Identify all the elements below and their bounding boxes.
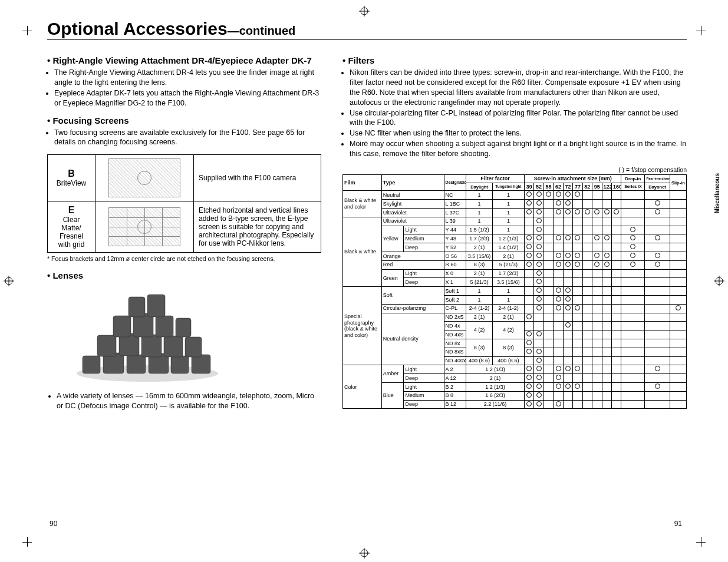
- size-cell: [543, 278, 553, 287]
- bayonet-cell: [645, 209, 670, 217]
- bayonet-cell: [645, 374, 670, 383]
- size-cell: [524, 226, 533, 234]
- size-cell: [554, 217, 563, 226]
- table-row: Black & white and colorNeutralNC11: [343, 191, 687, 200]
- size-cell: [582, 234, 592, 243]
- size-cell: [543, 252, 553, 261]
- size-cell: [543, 383, 553, 392]
- size-cell: [582, 269, 592, 278]
- slipin-cell: [670, 322, 686, 330]
- size-cell: [602, 269, 611, 278]
- size-cell: [534, 252, 543, 261]
- daylight-cell: 5 (21/3): [466, 278, 493, 287]
- film-cell: Color: [343, 365, 382, 409]
- size-cell: [563, 356, 572, 365]
- title-rule: [47, 39, 687, 40]
- size-cell: [602, 400, 611, 409]
- size-cell: [582, 391, 592, 400]
- size-cell: [573, 287, 582, 296]
- size-cell: [554, 348, 563, 356]
- designation-cell: X 0: [444, 269, 466, 278]
- table-row: BlueLightB 21.2 (1/3): [343, 383, 687, 392]
- series-cell: [621, 209, 645, 217]
- series-cell: [621, 304, 645, 313]
- type-cell: Blue: [381, 383, 404, 409]
- size-cell: [563, 278, 572, 287]
- size-cell: [554, 304, 563, 313]
- size-cell: [554, 383, 563, 392]
- size-cell: [612, 374, 621, 383]
- size-cell: [563, 348, 572, 356]
- designation-cell: Y 44: [444, 226, 466, 234]
- size-cell: [534, 191, 543, 200]
- size-cell: [524, 356, 533, 365]
- size-cell: [543, 296, 553, 305]
- bayonet-cell: [645, 365, 670, 374]
- lens-illustration: [71, 285, 224, 385]
- svg-rect-18: [192, 355, 210, 373]
- size-cell: [543, 287, 553, 296]
- size-cell: [563, 209, 572, 217]
- bayonet-cell: [645, 269, 670, 278]
- size-cell: [592, 348, 602, 356]
- designation-cell: Soft 2: [444, 296, 466, 305]
- size-cell: [524, 313, 533, 322]
- film-cell: Black & white: [343, 217, 382, 286]
- size-cell: [582, 209, 592, 217]
- type-cell: Orange: [381, 252, 444, 261]
- th-filter-factor: Filter factor: [466, 174, 525, 183]
- bullet: The Right-Angle Viewing Attachment DR-4 …: [54, 68, 321, 88]
- table-row: YellowLightY 441.5 (1/2)1: [343, 226, 687, 234]
- size-cell: [524, 383, 533, 392]
- table-row: GreenLightX 02 (1)1.7 (2/3): [343, 269, 687, 278]
- section-head-filters: • Filters: [342, 55, 687, 65]
- size-cell: [612, 287, 621, 296]
- size-cell: [612, 252, 621, 261]
- size-cell: [602, 287, 611, 296]
- bullets-filters: Nikon filters can be divided into three …: [342, 68, 687, 159]
- tungsten-cell: 8 (3): [492, 339, 524, 357]
- slipin-cell: [670, 191, 686, 200]
- screen-b-diagram: [95, 155, 194, 201]
- subtype-cell: Deep: [404, 400, 444, 409]
- series-cell: [621, 322, 645, 330]
- designation-cell: B 12: [444, 400, 466, 409]
- daylight-cell: 1.2 (1/3): [466, 365, 525, 374]
- size-cell: [534, 243, 543, 252]
- slipin-cell: [670, 365, 686, 374]
- size-cell: [563, 191, 572, 200]
- size-cell: [612, 209, 621, 217]
- size-cell: [592, 339, 602, 348]
- size-cell: [554, 278, 563, 287]
- size-cell: [592, 243, 602, 252]
- daylight-cell: 4 (2): [466, 322, 493, 339]
- size-cell: [592, 383, 602, 392]
- daylight-cell: 8 (3): [466, 339, 493, 357]
- title-main: Optional Accessories: [47, 19, 228, 38]
- size-cell: [573, 209, 582, 217]
- subtype-cell: Light: [404, 226, 444, 234]
- size-cell: [582, 339, 592, 348]
- designation-cell: ND 400x: [444, 356, 466, 365]
- slipin-cell: [670, 252, 686, 261]
- designation-cell: O 56: [444, 252, 466, 261]
- size-cell: [582, 200, 592, 209]
- size-cell: [524, 243, 533, 252]
- size-cell: [534, 383, 543, 392]
- daylight-cell: 1.2 (1/3): [466, 383, 525, 392]
- series-cell: [621, 243, 645, 252]
- th-slip: Slip-in: [670, 174, 686, 191]
- size-cell: [573, 217, 582, 226]
- table-row: UltravioletL 37C11: [343, 209, 687, 217]
- slipin-cell: [670, 260, 686, 269]
- size-cell: [543, 200, 553, 209]
- th-size: 95: [592, 183, 602, 191]
- th-screw-in: Screw-in attachment size (mm): [524, 174, 621, 183]
- registration-mark: [4, 276, 14, 286]
- table-row: EClear Matte/ Fresnel with grid Etched h…: [48, 201, 321, 253]
- size-cell: [573, 383, 582, 392]
- slipin-cell: [670, 243, 686, 252]
- size-cell: [554, 234, 563, 243]
- slipin-cell: [670, 200, 686, 209]
- svg-rect-29: [147, 295, 165, 317]
